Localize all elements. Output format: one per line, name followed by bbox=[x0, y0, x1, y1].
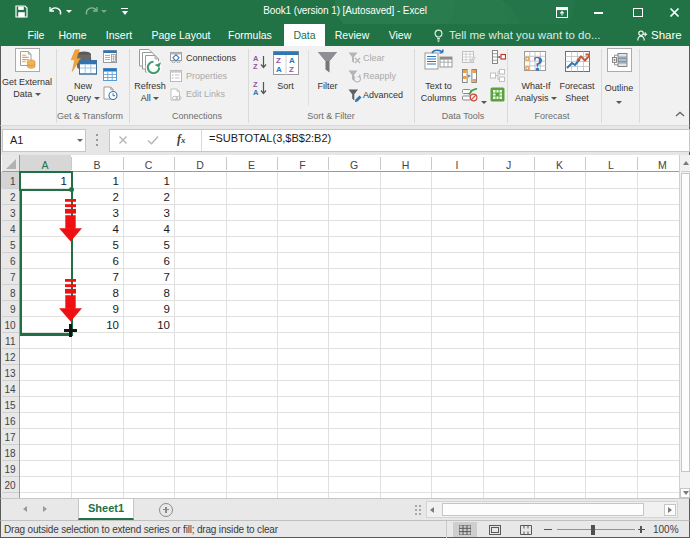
svg-text:Z: Z bbox=[276, 56, 281, 65]
svg-text:A: A bbox=[253, 88, 259, 97]
svg-text:Z: Z bbox=[253, 62, 258, 71]
svg-text:?: ? bbox=[533, 53, 543, 75]
svg-text:Z: Z bbox=[289, 65, 294, 74]
svg-text:A: A bbox=[289, 56, 295, 65]
svg-text:A: A bbox=[276, 65, 282, 74]
